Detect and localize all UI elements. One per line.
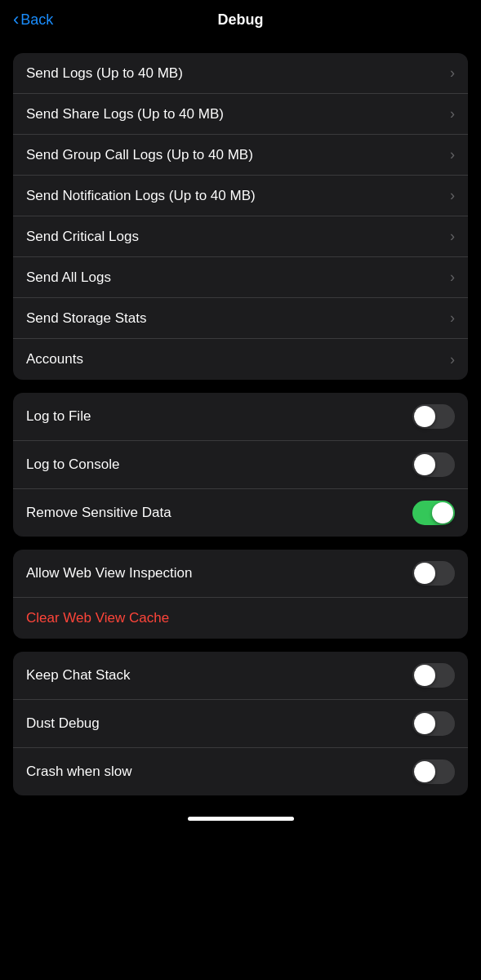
back-button[interactable]: ‹ Back [13,11,53,29]
header: ‹ Back Debug [0,0,481,40]
row-label: Log to File [26,408,91,425]
list-item[interactable]: Send Group Call Logs (Up to 40 MB) › [13,135,468,176]
page-title: Debug [218,11,264,29]
row-label: Clear Web View Cache [26,610,169,626]
list-item[interactable]: Send Storage Stats › [13,298,468,339]
section-log-send: Send Logs (Up to 40 MB) › Send Share Log… [13,53,468,380]
chevron-right-icon: › [450,351,455,368]
home-indicator [0,808,481,826]
row-label: Send Critical Logs [26,229,139,245]
log-to-console-toggle[interactable] [412,452,455,477]
list-item-clear-webview-cache[interactable]: Clear Web View Cache [13,598,468,639]
row-label: Send All Logs [26,270,111,286]
allow-webview-toggle[interactable] [412,561,455,586]
back-label: Back [20,11,53,29]
row-label: Log to Console [26,457,119,473]
list-item[interactable]: Send Share Logs (Up to 40 MB) › [13,94,468,135]
list-item[interactable]: Send Notification Logs (Up to 40 MB) › [13,176,468,216]
row-label: Send Share Logs (Up to 40 MB) [26,106,224,122]
row-label: Keep Chat Stack [26,667,131,684]
row-label: Remove Sensitive Data [26,505,171,521]
keep-chat-stack-toggle[interactable] [412,663,455,688]
list-item-remove-sensitive[interactable]: Remove Sensitive Data [13,489,468,537]
log-to-file-toggle[interactable] [412,404,455,429]
chevron-right-icon: › [450,187,455,204]
back-chevron-icon: ‹ [13,11,19,29]
remove-sensitive-data-toggle[interactable] [412,501,455,525]
row-label: Send Logs (Up to 40 MB) [26,65,183,82]
list-item-send-critical-logs[interactable]: Send Critical Logs › [13,216,468,257]
row-label: Send Notification Logs (Up to 40 MB) [26,188,256,204]
list-item-log-to-file[interactable]: Log to File [13,393,468,441]
chevron-right-icon: › [450,65,455,82]
chevron-right-icon: › [450,310,455,327]
row-label: Accounts [26,351,83,368]
chevron-right-icon: › [450,228,455,245]
section-chat-debug: Keep Chat Stack Dust Debug Crash when sl… [13,652,468,795]
list-item-crash-when-slow[interactable]: Crash when slow [13,748,468,795]
list-item-allow-webview[interactable]: Allow Web View Inspection [13,550,468,598]
chevron-right-icon: › [450,105,455,122]
row-label: Send Storage Stats [26,310,146,327]
list-item[interactable]: Send Logs (Up to 40 MB) › [13,53,468,94]
home-indicator-bar [188,817,294,821]
section-web-view: Allow Web View Inspection Clear Web View… [13,550,468,639]
row-label: Crash when slow [26,764,131,780]
row-label: Dust Debug [26,715,100,732]
list-item[interactable]: Accounts › [13,339,468,380]
section-log-toggles: Log to File Log to Console Remove Sensit… [13,393,468,537]
row-label: Allow Web View Inspection [26,565,192,581]
list-item-log-to-console[interactable]: Log to Console [13,441,468,489]
chevron-right-icon: › [450,146,455,163]
list-item-dust-debug[interactable]: Dust Debug [13,700,468,748]
list-item[interactable]: Send All Logs › [13,257,468,298]
row-label: Send Group Call Logs (Up to 40 MB) [26,147,253,163]
dust-debug-toggle[interactable] [412,711,455,736]
chevron-right-icon: › [450,269,455,286]
crash-when-slow-toggle[interactable] [412,760,455,784]
list-item-keep-chat-stack[interactable]: Keep Chat Stack [13,652,468,700]
